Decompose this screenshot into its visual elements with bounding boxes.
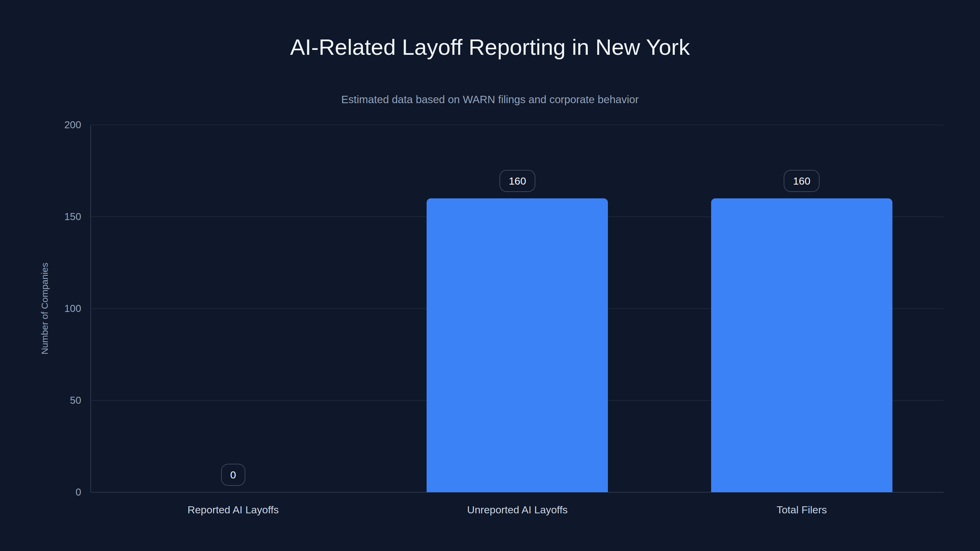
y-tick-label-0: 0 (76, 486, 81, 498)
bar-group-unreported-ai-layoffs: 160Unreported AI Layoffs (375, 125, 659, 492)
x-axis-label-total-filers: Total Filers (660, 504, 944, 516)
chart-page: AI-Related Layoff Reporting in New York … (0, 0, 980, 551)
plot-area: 050100150200 0Reported AI Layoffs160Unre… (90, 125, 944, 492)
bar-unreported-ai-layoffs[interactable] (426, 198, 608, 492)
y-tick-label-50: 50 (70, 395, 81, 406)
bar-value-label-reported-ai-layoffs: 0 (221, 464, 245, 486)
chart-subtitle: Estimated data based on WARN filings and… (0, 94, 980, 106)
x-axis-label-reported-ai-layoffs: Reported AI Layoffs (91, 504, 375, 516)
bar-group-total-filers: 160Total Filers (660, 125, 944, 492)
bar-value-label-total-filers: 160 (784, 170, 819, 192)
chart-title: AI-Related Layoff Reporting in New York (0, 34, 980, 60)
bar-value-label-unreported-ai-layoffs: 160 (500, 170, 535, 192)
bar-group-reported-ai-layoffs: 0Reported AI Layoffs (91, 125, 375, 492)
y-tick-label-200: 200 (64, 119, 81, 131)
x-axis-label-unreported-ai-layoffs: Unreported AI Layoffs (375, 504, 659, 516)
y-tick-label-150: 150 (64, 211, 81, 222)
y-axis-title: Number of Companies (40, 263, 50, 354)
y-tick-label-100: 100 (64, 303, 81, 314)
bar-total-filers[interactable] (711, 198, 892, 492)
bars-container: 0Reported AI Layoffs160Unreported AI Lay… (91, 125, 944, 492)
